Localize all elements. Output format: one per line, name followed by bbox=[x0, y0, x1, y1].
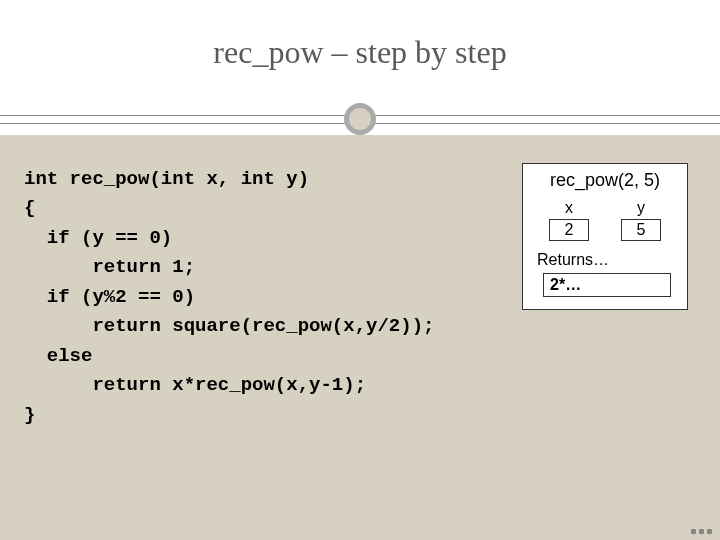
var-value: 2 bbox=[549, 219, 589, 241]
var-label: x bbox=[565, 199, 573, 217]
resize-grip-icon bbox=[691, 529, 712, 534]
title-area: rec_pow – step by step bbox=[0, 0, 720, 105]
var-value: 5 bbox=[621, 219, 661, 241]
returns-label: Returns… bbox=[533, 251, 677, 269]
content-area: int rec_pow(int x, int y) { if (y == 0) … bbox=[0, 135, 720, 540]
var-col-x: x 2 bbox=[549, 199, 589, 241]
var-col-y: y 5 bbox=[621, 199, 661, 241]
trace-vars: x 2 y 5 bbox=[533, 199, 677, 241]
slide-title: rec_pow – step by step bbox=[213, 34, 506, 71]
divider bbox=[0, 105, 720, 135]
trace-box: rec_pow(2, 5) x 2 y 5 Returns… 2*… bbox=[522, 163, 688, 310]
returns-value: 2*… bbox=[543, 273, 671, 297]
trace-call: rec_pow(2, 5) bbox=[533, 170, 677, 191]
var-label: y bbox=[637, 199, 645, 217]
slide: rec_pow – step by step int rec_pow(int x… bbox=[0, 0, 720, 540]
divider-circle-icon bbox=[344, 103, 376, 135]
